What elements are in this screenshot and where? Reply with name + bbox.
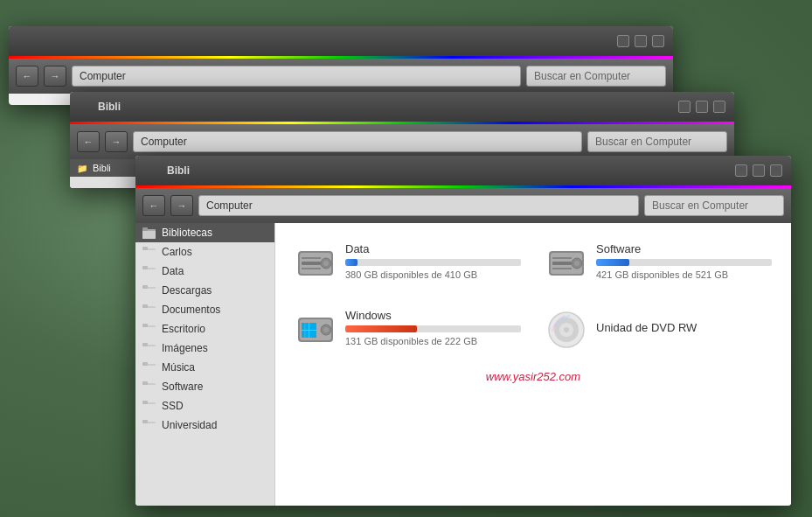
- drive-info-dvd: Unidad de DVD RW: [596, 309, 772, 334]
- drive-space-software: 421 GB disponibles de 521 GB: [596, 269, 772, 280]
- sidebar-label-imagenes: Imágenes: [162, 342, 208, 354]
- drive-space-windows: 131 GB disponibles de 222 GB: [345, 336, 521, 346]
- sidebar-middle: 📁 Bibli: [70, 159, 140, 188]
- minimize-btn-front[interactable]: [735, 164, 747, 177]
- svg-rect-8: [142, 266, 148, 269]
- sidebar-item-carlos[interactable]: Carlos: [135, 242, 274, 262]
- svg-rect-2: [142, 227, 148, 231]
- sidebar-item-data[interactable]: Data: [135, 262, 274, 281]
- drive-info-windows: Windows 131 GB disponibles de 222 GB: [345, 309, 521, 346]
- back-btn-1[interactable]: ←: [16, 66, 38, 87]
- folder-icon-ssd: [142, 400, 156, 412]
- forward-btn-1[interactable]: →: [44, 66, 66, 87]
- drive-item-dvd[interactable]: Unidad de DVD RW: [540, 304, 777, 356]
- svg-rect-17: [142, 324, 148, 327]
- svg-rect-54: [309, 331, 316, 338]
- sidebar-item-documentos[interactable]: Documentos: [135, 300, 274, 319]
- sidebar-label-ssd: SSD: [162, 400, 184, 412]
- drive-item-data[interactable]: Data 380 GB disponibles de 410 GB: [289, 237, 526, 290]
- back-btn-3[interactable]: ←: [142, 195, 165, 216]
- svg-rect-29: [142, 401, 148, 404]
- svg-point-50: [323, 327, 329, 332]
- search-bar-front[interactable]: Buscar en Computer: [644, 195, 784, 216]
- close-btn-back[interactable]: [652, 35, 664, 47]
- windows-drive-icon: [295, 309, 337, 351]
- maximize-btn-back[interactable]: [635, 35, 647, 47]
- close-btn-front[interactable]: [770, 164, 782, 177]
- folder-icon-descargas: [142, 284, 156, 297]
- sidebar-label-documentos: Documentos: [162, 304, 220, 316]
- progress-container-windows: [345, 325, 521, 332]
- toolbar-middle: ← → Computer Buscar en Computer: [70, 124, 734, 159]
- drive-item-software[interactable]: Software 421 GB disponibles de 521 GB: [540, 237, 777, 290]
- drives-grid: Data 380 GB disponibles de 410 GB: [289, 237, 777, 356]
- svg-rect-44: [552, 262, 572, 265]
- drive-name-windows: Windows: [345, 309, 521, 322]
- search-bar-back[interactable]: Buscar en Computer: [526, 66, 666, 87]
- svg-rect-22: [142, 366, 156, 374]
- titlebar-back: [9, 26, 673, 56]
- sidebar-item-software[interactable]: Software: [135, 377, 274, 396]
- back-btn-2[interactable]: ←: [77, 131, 100, 152]
- folder-icon-imagenes: [142, 342, 156, 354]
- sidebar-item-bibli-m[interactable]: 📁 Bibli: [70, 159, 139, 177]
- sidebar-label-musica: Música: [162, 361, 195, 374]
- titlebar-front: Bibli: [135, 156, 791, 185]
- window-controls-front: [735, 164, 782, 177]
- hdd-icon-software: [545, 242, 587, 284]
- svg-point-60: [564, 327, 569, 332]
- dvd-icon: [545, 309, 587, 351]
- folder-icon-universidad: [142, 419, 156, 431]
- svg-point-43: [574, 261, 580, 266]
- progress-fill-data: [345, 259, 357, 266]
- svg-rect-31: [142, 423, 156, 431]
- svg-rect-23: [142, 362, 148, 366]
- window-controls-middle: [678, 101, 725, 113]
- svg-point-36: [323, 261, 329, 266]
- title-front: Bibli: [167, 164, 190, 177]
- sidebar-item-escritorio[interactable]: Escritorio: [135, 319, 274, 339]
- address-bar-front[interactable]: Computer: [198, 195, 639, 216]
- folder-icon-software: [142, 381, 156, 393]
- minimize-btn-back[interactable]: [617, 35, 629, 47]
- forward-btn-3[interactable]: →: [170, 195, 193, 216]
- svg-rect-19: [142, 346, 156, 354]
- window-controls-back: [617, 35, 664, 47]
- sidebar-label-escritorio: Escritorio: [162, 323, 205, 335]
- drive-item-windows[interactable]: Windows 131 GB disponibles de 222 GB: [289, 304, 526, 356]
- maximize-btn-middle[interactable]: [696, 101, 708, 113]
- svg-rect-5: [142, 247, 148, 250]
- sidebar-item-universidad[interactable]: Universidad: [135, 416, 274, 435]
- close-btn-middle[interactable]: [713, 101, 725, 113]
- svg-rect-1: [142, 231, 156, 239]
- svg-rect-11: [142, 285, 148, 289]
- progress-container-software: [596, 259, 772, 266]
- drive-name-dvd: Unidad de DVD RW: [596, 321, 772, 334]
- sidebar-item-ssd[interactable]: SSD: [135, 396, 274, 416]
- address-bar-back[interactable]: Computer: [72, 66, 521, 87]
- maximize-btn-front[interactable]: [753, 164, 765, 177]
- folder-icon-escritorio: [142, 323, 156, 335]
- front-content: Bibliotecas Carlos Data Descargas: [135, 223, 791, 506]
- drive-info-data: Data 380 GB disponibles de 410 GB: [345, 242, 521, 280]
- minimize-btn-middle[interactable]: [678, 101, 691, 113]
- sidebar-item-descargas[interactable]: Descargas: [135, 281, 274, 300]
- svg-rect-52: [309, 323, 316, 330]
- sidebar-item-imagenes[interactable]: Imágenes: [135, 339, 274, 358]
- sidebar-item-musica[interactable]: Música: [135, 358, 274, 377]
- sidebar-label-software: Software: [162, 381, 203, 393]
- drive-info-software: Software 421 GB disponibles de 521 GB: [596, 242, 772, 280]
- drive-space-data: 380 GB disponibles de 410 GB: [345, 269, 521, 280]
- forward-btn-2[interactable]: →: [105, 131, 128, 152]
- svg-rect-13: [142, 308, 156, 316]
- sidebar-item-bibliotecas[interactable]: Bibliotecas: [135, 223, 274, 242]
- title-middle: Bibli: [98, 101, 121, 113]
- svg-rect-25: [142, 385, 156, 393]
- svg-rect-16: [142, 327, 156, 335]
- sidebar-label-universidad: Universidad: [162, 419, 217, 431]
- address-bar-middle[interactable]: Computer: [133, 131, 582, 152]
- window-front: Bibli ← → Computer Buscar en Computer: [135, 156, 791, 506]
- svg-rect-4: [142, 250, 156, 258]
- progress-fill-windows: [345, 325, 417, 332]
- search-bar-middle[interactable]: Buscar en Computer: [587, 131, 727, 152]
